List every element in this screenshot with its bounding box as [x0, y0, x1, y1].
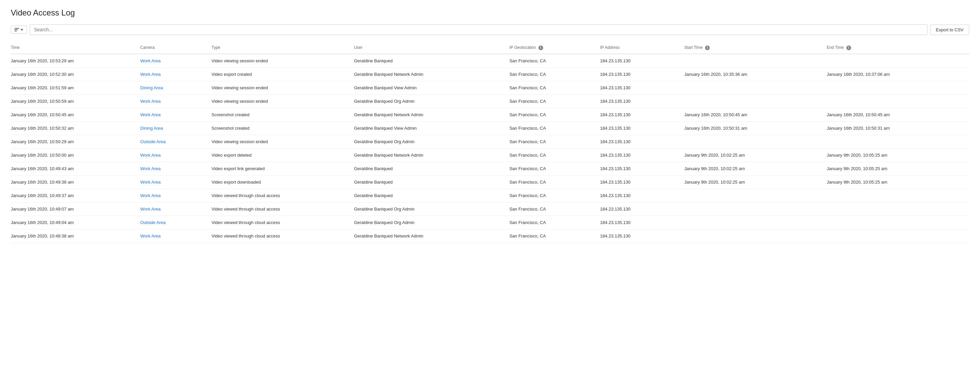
cell-camera[interactable]: Outside Area — [140, 216, 212, 229]
cell-camera[interactable]: Work Area — [140, 94, 212, 108]
cell-type: Video viewing session ended — [212, 54, 354, 68]
cell-camera[interactable]: Work Area — [140, 108, 212, 121]
camera-link[interactable]: Work Area — [140, 153, 161, 158]
table-header: Time Camera Type User IP Geolocation i I… — [11, 42, 969, 54]
cell-camera[interactable]: Work Area — [140, 189, 212, 202]
cell-ip-address: 184.23.135.130 — [600, 54, 684, 68]
cell-ip-address: 184.23.135.130 — [600, 202, 684, 216]
cell-ip-address: 184.23.135.130 — [600, 121, 684, 135]
cell-user: Geraldine Baniqued — [354, 54, 509, 68]
cell-ip-geo: San Francisco, CA — [509, 202, 600, 216]
col-header-start-time: Start Time i — [684, 42, 827, 54]
col-header-user: User — [354, 42, 509, 54]
camera-link[interactable]: Work Area — [140, 72, 161, 77]
cell-camera[interactable]: Work Area — [140, 54, 212, 68]
table-row: January 16th 2020, 10:49:38 amWork AreaV… — [11, 175, 969, 189]
cell-type: Video viewing session ended — [212, 81, 354, 94]
cell-camera[interactable]: Outside Area — [140, 135, 212, 148]
page-title: Video Access Log — [11, 8, 969, 18]
cell-ip-geo: San Francisco, CA — [509, 162, 600, 175]
cell-start-time — [684, 189, 827, 202]
cell-ip-geo: San Francisco, CA — [509, 175, 600, 189]
cell-time: January 16th 2020, 10:49:43 am — [11, 162, 140, 175]
camera-link[interactable]: Dining Area — [140, 126, 163, 131]
cell-camera[interactable]: Work Area — [140, 229, 212, 243]
cell-camera[interactable]: Dining Area — [140, 81, 212, 94]
cell-time: January 16th 2020, 10:53:29 am — [11, 54, 140, 68]
cell-start-time: January 9th 2020, 10:02:25 am — [684, 148, 827, 162]
cell-type: Video viewed through cloud access — [212, 216, 354, 229]
cell-time: January 16th 2020, 10:50:59 am — [11, 94, 140, 108]
cell-ip-address: 184.23.135.130 — [600, 81, 684, 94]
camera-link[interactable]: Work Area — [140, 58, 161, 63]
header-row: Time Camera Type User IP Geolocation i I… — [11, 42, 969, 54]
cell-time: January 16th 2020, 10:50:32 am — [11, 121, 140, 135]
cell-user: Geraldine Baniqued Org Admin — [354, 202, 509, 216]
table-row: January 16th 2020, 10:50:29 amOutside Ar… — [11, 135, 969, 148]
table-row: January 16th 2020, 10:49:43 amWork AreaV… — [11, 162, 969, 175]
cell-ip-geo: San Francisco, CA — [509, 121, 600, 135]
cell-end-time: January 9th 2020, 10:05:25 am — [827, 175, 969, 189]
end-time-info-icon: i — [846, 45, 851, 50]
cell-time: January 16th 2020, 10:50:29 am — [11, 135, 140, 148]
cell-end-time — [827, 229, 969, 243]
table-row: January 16th 2020, 10:51:59 amDining Are… — [11, 81, 969, 94]
camera-link[interactable]: Outside Area — [140, 220, 165, 225]
cell-camera[interactable]: Work Area — [140, 175, 212, 189]
toolbar: Export to CSV — [11, 24, 969, 35]
camera-link[interactable]: Work Area — [140, 166, 161, 171]
cell-user: Geraldine Baniqued Network Admin — [354, 108, 509, 121]
cell-ip-address: 184.23.135.130 — [600, 189, 684, 202]
cell-start-time — [684, 216, 827, 229]
table-row: January 16th 2020, 10:49:37 amWork AreaV… — [11, 189, 969, 202]
cell-start-time — [684, 54, 827, 68]
col-header-end-time: End Time i — [827, 42, 969, 54]
cell-type: Screenshot created — [212, 121, 354, 135]
cell-start-time: January 16th 2020, 10:50:45 am — [684, 108, 827, 121]
cell-end-time: January 16th 2020, 10:37:06 am — [827, 67, 969, 81]
camera-link[interactable]: Outside Area — [140, 139, 165, 144]
cell-user: Geraldine Baniqued View Admin — [354, 81, 509, 94]
cell-start-time — [684, 81, 827, 94]
filter-button[interactable] — [11, 26, 27, 34]
cell-ip-address: 184.23.135.130 — [600, 67, 684, 81]
cell-end-time: January 16th 2020, 10:50:31 am — [827, 121, 969, 135]
cell-camera[interactable]: Work Area — [140, 67, 212, 81]
cell-ip-address: 184.23.135.130 — [600, 108, 684, 121]
camera-link[interactable]: Work Area — [140, 193, 161, 198]
cell-type: Video viewing session ended — [212, 94, 354, 108]
cell-start-time — [684, 202, 827, 216]
cell-user: Geraldine Baniqued Org Admin — [354, 94, 509, 108]
cell-time: January 16th 2020, 10:49:04 am — [11, 216, 140, 229]
col-header-camera: Camera — [140, 42, 212, 54]
camera-link[interactable]: Work Area — [140, 233, 161, 238]
cell-camera[interactable]: Work Area — [140, 202, 212, 216]
cell-user: Geraldine Baniqued — [354, 189, 509, 202]
cell-user: Geraldine Baniqued — [354, 175, 509, 189]
camera-link[interactable]: Work Area — [140, 206, 161, 211]
camera-link[interactable]: Work Area — [140, 99, 161, 104]
cell-camera[interactable]: Dining Area — [140, 121, 212, 135]
cell-type: Video export deleted — [212, 148, 354, 162]
export-csv-button[interactable]: Export to CSV — [930, 25, 969, 35]
camera-link[interactable]: Dining Area — [140, 85, 163, 90]
cell-end-time — [827, 202, 969, 216]
ip-geo-info-icon: i — [538, 45, 543, 50]
cell-time: January 16th 2020, 10:50:00 am — [11, 148, 140, 162]
cell-camera[interactable]: Work Area — [140, 148, 212, 162]
search-input[interactable] — [30, 24, 928, 35]
table-row: January 16th 2020, 10:50:59 amWork AreaV… — [11, 94, 969, 108]
col-header-ip-address: IP Address — [600, 42, 684, 54]
cell-type: Video export downloaded — [212, 175, 354, 189]
cell-ip-geo: San Francisco, CA — [509, 216, 600, 229]
cell-camera[interactable]: Work Area — [140, 162, 212, 175]
camera-link[interactable]: Work Area — [140, 112, 161, 117]
cell-end-time — [827, 216, 969, 229]
cell-end-time — [827, 94, 969, 108]
cell-start-time — [684, 135, 827, 148]
camera-link[interactable]: Work Area — [140, 179, 161, 185]
cell-type: Video export created — [212, 67, 354, 81]
cell-end-time — [827, 81, 969, 94]
col-header-time: Time — [11, 42, 140, 54]
cell-time: January 16th 2020, 10:49:37 am — [11, 189, 140, 202]
